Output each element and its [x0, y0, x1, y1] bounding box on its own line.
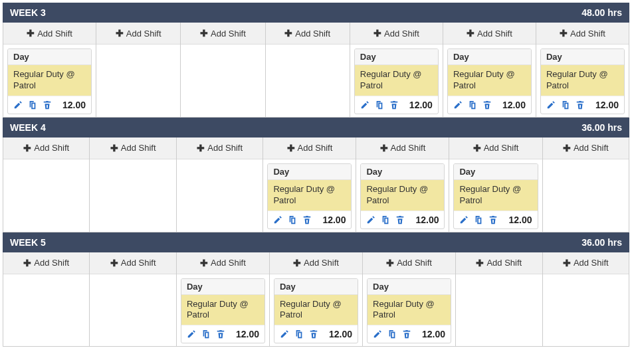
- shift-description: Regular Duty @ Patrol: [368, 295, 451, 325]
- shift-label: Day: [541, 49, 624, 65]
- plus-icon: ✚: [563, 143, 571, 153]
- day-column: ✚Add Shift: [543, 137, 629, 232]
- edit-icon[interactable]: [280, 329, 289, 339]
- add-shift-label: Add Shift: [34, 258, 69, 268]
- week-grid: ✚Add ShiftDayRegular Duty @ Patrol12.00✚…: [3, 23, 629, 118]
- edit-icon[interactable]: [373, 329, 382, 339]
- add-shift-label: Add Shift: [391, 143, 426, 153]
- edit-icon[interactable]: [366, 215, 375, 225]
- shift-label: Day: [361, 164, 444, 180]
- copy-icon[interactable]: [28, 100, 37, 110]
- add-shift-button[interactable]: ✚Add Shift: [266, 23, 350, 45]
- delete-icon[interactable]: [309, 329, 318, 339]
- week-hours: 36.00 hrs: [581, 122, 622, 133]
- plus-icon: ✚: [287, 143, 295, 153]
- shift-description: Regular Duty @ Patrol: [454, 180, 537, 211]
- add-shift-button[interactable]: ✚Add Shift: [543, 137, 629, 159]
- delete-icon[interactable]: [43, 100, 52, 110]
- add-shift-label: Add Shift: [397, 258, 432, 268]
- day-column: ✚Add ShiftDayRegular Duty @ Patrol12.00: [350, 23, 443, 118]
- shift-card: DayRegular Duty @ Patrol12.00: [267, 163, 352, 229]
- edit-icon[interactable]: [360, 100, 369, 110]
- edit-icon[interactable]: [273, 215, 282, 225]
- shift-description: Regular Duty @ Patrol: [274, 295, 358, 325]
- shift-hours: 12.00: [422, 329, 445, 339]
- add-shift-button[interactable]: ✚Add Shift: [3, 252, 89, 274]
- plus-icon: ✚: [473, 143, 481, 153]
- day-column: ✚Add ShiftDayRegular Duty @ Patrol12.00: [263, 137, 356, 232]
- plus-icon: ✚: [380, 143, 388, 153]
- delete-icon[interactable]: [302, 215, 312, 225]
- day-column: ✚Add Shift: [543, 252, 629, 347]
- week-grid: ✚Add Shift✚Add Shift✚Add ShiftDayRegular…: [3, 252, 629, 347]
- add-shift-button[interactable]: ✚Add Shift: [536, 23, 629, 45]
- add-shift-button[interactable]: ✚Add Shift: [449, 137, 542, 159]
- edit-icon[interactable]: [459, 215, 469, 225]
- shift-hours: 12.00: [322, 215, 346, 225]
- plus-icon: ✚: [197, 143, 205, 153]
- delete-icon[interactable]: [576, 100, 585, 110]
- add-shift-label: Add Shift: [570, 29, 605, 39]
- plus-icon: ✚: [563, 258, 571, 268]
- delete-icon[interactable]: [395, 215, 405, 225]
- shift-description: Regular Duty @ Patrol: [181, 295, 264, 325]
- add-shift-button[interactable]: ✚Add Shift: [90, 137, 175, 159]
- day-column: ✚Add Shift: [177, 137, 263, 232]
- copy-icon[interactable]: [561, 100, 570, 110]
- copy-icon[interactable]: [381, 215, 390, 225]
- edit-icon[interactable]: [546, 100, 556, 110]
- week-header: WEEK 536.00 hrs: [3, 232, 629, 252]
- delete-icon[interactable]: [488, 215, 498, 225]
- edit-icon[interactable]: [13, 100, 23, 110]
- edit-icon[interactable]: [453, 100, 463, 110]
- add-shift-button[interactable]: ✚Add Shift: [3, 23, 96, 45]
- delete-icon[interactable]: [402, 329, 411, 339]
- add-shift-button[interactable]: ✚Add Shift: [456, 252, 542, 274]
- shift-footer: 12.00: [361, 211, 444, 228]
- shift-footer: 12.00: [541, 96, 624, 114]
- delete-icon[interactable]: [216, 329, 225, 339]
- add-shift-button[interactable]: ✚Add Shift: [3, 137, 89, 159]
- shift-card: DayRegular Duty @ Patrol12.00: [7, 48, 92, 114]
- shift-card: DayRegular Duty @ Patrol12.00: [540, 48, 625, 114]
- add-shift-label: Add Shift: [484, 143, 519, 153]
- add-shift-button[interactable]: ✚Add Shift: [356, 137, 449, 159]
- add-shift-label: Add Shift: [121, 258, 156, 268]
- shift-hours: 12.00: [502, 100, 526, 110]
- add-shift-button[interactable]: ✚Add Shift: [177, 252, 269, 274]
- add-shift-button[interactable]: ✚Add Shift: [177, 137, 263, 159]
- shift-label: Day: [454, 164, 537, 180]
- shift-footer: 12.00: [368, 325, 451, 343]
- copy-icon[interactable]: [201, 329, 211, 339]
- shift-card: DayRegular Duty @ Patrol12.00: [181, 278, 265, 344]
- shift-footer: 12.00: [274, 325, 358, 343]
- plus-icon: ✚: [200, 28, 208, 39]
- shift-hours: 12.00: [415, 215, 439, 225]
- delete-icon[interactable]: [389, 100, 399, 110]
- copy-icon[interactable]: [375, 100, 384, 110]
- add-shift-button[interactable]: ✚Add Shift: [270, 252, 362, 274]
- shift-description: Regular Duty @ Patrol: [355, 65, 438, 96]
- delete-icon[interactable]: [482, 100, 492, 110]
- add-shift-button[interactable]: ✚Add Shift: [181, 23, 264, 45]
- edit-icon[interactable]: [187, 329, 196, 339]
- add-shift-button[interactable]: ✚Add Shift: [350, 23, 443, 45]
- plus-icon: ✚: [23, 143, 31, 153]
- copy-icon[interactable]: [468, 100, 477, 110]
- copy-icon[interactable]: [474, 215, 483, 225]
- copy-icon[interactable]: [387, 329, 397, 339]
- week-title: WEEK 4: [10, 122, 46, 133]
- add-shift-button[interactable]: ✚Add Shift: [90, 252, 175, 274]
- day-column: ✚Add ShiftDayRegular Duty @ Patrol12.00: [363, 252, 456, 347]
- add-shift-button[interactable]: ✚Add Shift: [543, 252, 629, 274]
- add-shift-button[interactable]: ✚Add Shift: [363, 252, 455, 274]
- add-shift-button[interactable]: ✚Add Shift: [263, 137, 356, 159]
- copy-icon[interactable]: [288, 215, 297, 225]
- add-shift-label: Add Shift: [211, 258, 246, 268]
- day-column: ✚Add ShiftDayRegular Duty @ Patrol12.00: [449, 137, 542, 232]
- shift-description: Regular Duty @ Patrol: [448, 65, 531, 96]
- copy-icon[interactable]: [294, 329, 304, 339]
- shift-description: Regular Duty @ Patrol: [541, 65, 624, 96]
- add-shift-button[interactable]: ✚Add Shift: [96, 23, 180, 45]
- add-shift-button[interactable]: ✚Add Shift: [443, 23, 536, 45]
